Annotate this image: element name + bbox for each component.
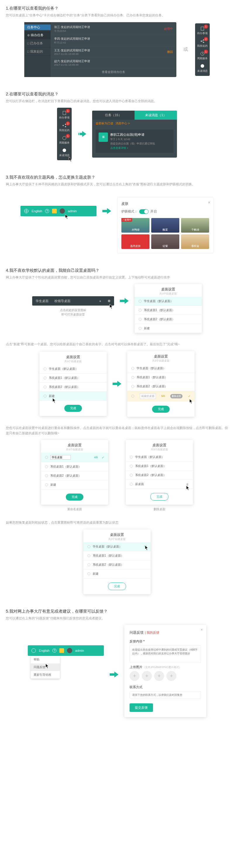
submit-button[interactable]: 提交反馈 [130, 703, 153, 712]
view-all-tasks[interactable]: 查看全部待办任务 [51, 68, 176, 76]
cursor-icon [45, 663, 49, 669]
msg-sub: 学工 | 今天 12:42 [110, 137, 155, 141]
lang-label[interactable]: English [39, 649, 49, 652]
task-row[interactable]: 张三·发起的试用期转正申请今天23:54处理中 [51, 23, 176, 35]
dlg-row[interactable]: 系统桌面1（默认桌面） [40, 374, 107, 383]
task-row[interactable]: 赵六·发起的试用期转正申请2017-11-01 13:48:48 [51, 58, 176, 68]
avatar[interactable] [67, 648, 72, 653]
mini-mine[interactable]: 2我发起的 [195, 37, 210, 50]
dlg-row[interactable]: 学生桌面（默认桌面） [40, 365, 107, 374]
arrow-icon [102, 208, 111, 214]
add-icon[interactable]: ＋ [99, 299, 102, 303]
mini-cycle[interactable]: 1周期服务 [57, 134, 72, 147]
upload-button[interactable]: + [142, 671, 152, 681]
skin-option[interactable]: 千帆绿 [181, 218, 209, 232]
avatar[interactable] [60, 208, 65, 214]
ok-button[interactable]: 完成 [150, 493, 168, 500]
globe-icon [24, 209, 29, 213]
help-icon[interactable]: ? [52, 649, 56, 653]
ok-button[interactable]: 完成 [152, 406, 170, 413]
check-icon[interactable]: ✓ [102, 456, 104, 459]
help-icon[interactable]: ? [45, 209, 49, 213]
dlg-new[interactable]: 新建 [41, 480, 108, 490]
ok-button[interactable]: 完成 [64, 405, 82, 412]
eye-toggle[interactable] [139, 209, 149, 214]
shirt-icon[interactable] [52, 209, 57, 213]
ok-button[interactable]: 完成 [66, 494, 83, 500]
mini-todo[interactable]: 1待办事项 [57, 109, 72, 121]
q4-title: 4.我不喜欢学校默认的桌面，我能自己设置桌面吗？ [6, 268, 228, 273]
dlg-new[interactable]: 新建 [134, 324, 202, 333]
close-icon[interactable]: × [201, 628, 203, 632]
dlg-row[interactable]: 系统桌面1（默认桌面） [134, 306, 202, 315]
skin-option[interactable]: 绽紫 [151, 235, 179, 249]
char-count: 5/8 [161, 395, 165, 398]
my-feedback-link[interactable]: | 我的反馈 [145, 631, 159, 634]
check-icon[interactable]: ✓ [188, 395, 190, 398]
q1-title: 1.在哪里可以查看我的任务？ [6, 6, 228, 11]
dlg-row[interactable]: 学生桌面（默认桌面） [126, 453, 193, 462]
dlg-row[interactable]: 系统桌面1（默认桌面） [126, 462, 193, 471]
feedback-textarea[interactable] [130, 645, 201, 663]
upload-button[interactable]: + [130, 671, 139, 681]
side-done[interactable]: □ 已办任务 [24, 39, 51, 48]
contact-input[interactable] [130, 691, 201, 699]
tab-tasks[interactable]: 任务（15） [92, 111, 134, 120]
dlg-rename-row[interactable]: 4/8✓ [41, 453, 108, 462]
ok-button[interactable]: 完成 [108, 583, 126, 590]
mini-cycle[interactable]: 1周期服务 [195, 50, 210, 62]
dlg-row[interactable]: 系统桌面2（默认桌面） [40, 383, 107, 392]
plus-icon [139, 327, 141, 330]
rename-input[interactable] [50, 455, 71, 460]
upload-button[interactable]: + [154, 671, 164, 681]
skin-option[interactable]: 酸蓝 [151, 218, 179, 232]
close-icon[interactable]: × [208, 200, 210, 205]
task-row[interactable]: 李四·发起的试用期转正申请昨天12:42 [51, 35, 176, 47]
name-input[interactable]: 新建的桌面 [140, 394, 156, 399]
desktop-tabbar: 学生桌面 校领导桌面 ＋ ⚙ [32, 296, 114, 306]
lang-label[interactable]: English [32, 209, 42, 213]
dlg-row[interactable]: 系统桌面1（默认桌面） [41, 462, 108, 471]
dlg-row[interactable]: 系统桌面2（默认桌面） [41, 471, 108, 480]
tab-student[interactable]: 学生桌面 [36, 299, 49, 303]
dlg-row[interactable]: 系统桌面1（默认桌面） [83, 551, 151, 560]
dlg-row[interactable]: 学生桌面（默认桌面） [134, 297, 202, 306]
menu-help[interactable]: 帮助 [31, 656, 60, 663]
dlg-row[interactable]: 系统桌面2（默认桌面） [83, 560, 151, 569]
msg-link[interactable]: 点击查看详情 » [110, 146, 155, 150]
desktop-settings-dialog: 桌面设置共0个自建桌面 学生桌面（默认桌面） 系统桌面1（默认桌面） 系统桌面2… [40, 352, 107, 416]
mark-all-read[interactable]: 全部标为已读 [96, 122, 113, 125]
in-use-badge: ✓使用中 [121, 218, 132, 222]
upload-button[interactable]: + [166, 671, 176, 681]
menu-guide[interactable]: 重新引导动画 [31, 671, 60, 679]
q3-desc: 网上办事大厅提供了 6 种不同风格的主题皮肤和护眼模式开关，您可以通过点击右上角… [6, 182, 228, 187]
dlg-row[interactable]: 系统桌面1（默认桌面） [127, 373, 194, 382]
dlg-new[interactable]: 新建 [40, 392, 107, 401]
tab-leader[interactable]: 校领导桌面 [54, 299, 71, 303]
skin-option[interactable]: 水鸭绿✓使用中 [121, 218, 150, 232]
tab-unread[interactable]: 未读消息（1） [134, 111, 177, 120]
skin-option[interactable]: 选用皮肤 [121, 235, 150, 249]
mini-mine[interactable]: 2我发起的 [57, 121, 72, 134]
side-todo[interactable]: ⊙ 待办任务 [24, 31, 51, 39]
mini-todo[interactable]: 1待办事项 [195, 25, 210, 37]
dlg-row-del[interactable]: 新桌面🗑 [126, 480, 193, 489]
dlg-row[interactable]: 系统桌面2（默认桌面） [134, 315, 202, 324]
dlg-new[interactable]: 新建 [83, 569, 151, 579]
msg-title: 教职工因公出国(境)申请 [110, 132, 155, 137]
svg-point-9 [65, 126, 66, 127]
dlg-row[interactable]: 系统桌面2（默认桌面） [127, 382, 194, 391]
mini-msg[interactable]: 未读消息 [195, 62, 210, 75]
dlg-row[interactable]: 学生桌面（默认桌面） [127, 364, 194, 373]
gear-icon[interactable]: ⚙ [108, 299, 110, 303]
message-card[interactable]: 服 教职工因公出国(境)申请 学工 | 今天 12:42 您提交的公出国（境）申… [96, 130, 174, 153]
dlg-edit-row[interactable]: 新建的桌面 5/8 删除桌面 ✓ [127, 391, 194, 402]
dlg-row[interactable]: 学生桌面（默认桌面）↻ [83, 542, 151, 551]
task-row[interactable]: 王五·发起的试用期转正申请2017-11-01 13:48:48撤回 [51, 47, 176, 58]
dlg-row[interactable]: 系统桌面2（默认桌面） [126, 471, 193, 480]
side-mine[interactable]: □ 我发起的 [24, 48, 51, 56]
delete-button[interactable]: 删除桌面 [170, 394, 183, 398]
msg-center-link[interactable]: 消息中心 > [115, 122, 130, 125]
skin-option[interactable]: 香槟金 [181, 235, 209, 249]
shirt-icon[interactable] [59, 648, 64, 653]
